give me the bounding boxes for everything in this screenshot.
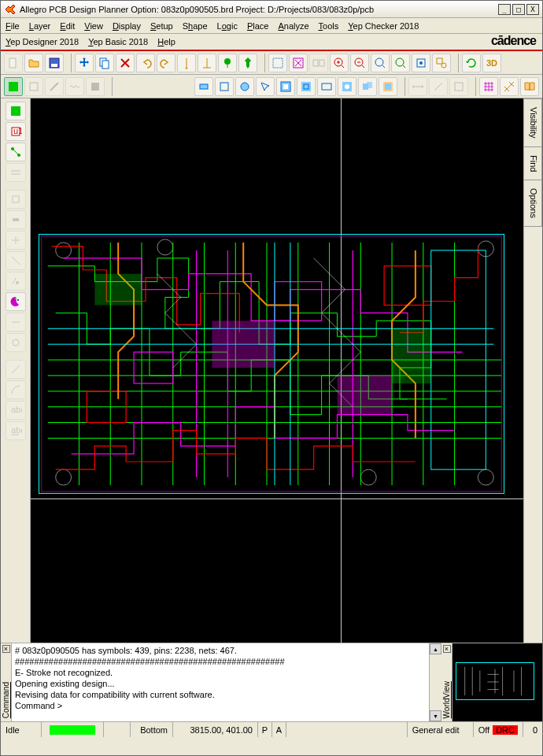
shape-poly-button[interactable]	[215, 77, 234, 96]
minimize-button[interactable]: _	[498, 4, 511, 15]
new-button[interactable]	[4, 54, 23, 72]
menu-shape[interactable]: Shape	[183, 21, 208, 31]
lt-text[interactable]: abc	[6, 401, 26, 420]
console-scrollbar[interactable]: ▲ ▼	[429, 643, 441, 721]
layer-top-button[interactable]	[6, 102, 26, 120]
ratsnest-button[interactable]	[500, 77, 519, 96]
open-button[interactable]	[24, 54, 43, 72]
status-a[interactable]: A	[272, 722, 286, 737]
grid-select-button[interactable]	[268, 54, 287, 72]
worldview-canvas[interactable]	[452, 643, 542, 721]
layer-net-button[interactable]	[6, 143, 26, 161]
console-body[interactable]: # 083z0p090505 has symbols: 439, pins: 2…	[12, 643, 441, 721]
marker-button[interactable]	[218, 54, 237, 72]
redo-button[interactable]	[157, 54, 175, 72]
menu-layer[interactable]: Layer	[29, 21, 51, 31]
tab-find[interactable]: Find	[524, 146, 542, 180]
layer-color-button[interactable]	[6, 292, 26, 311]
prev-button[interactable]	[309, 54, 328, 72]
menu-edit[interactable]: Edit	[60, 21, 75, 31]
signal-button[interactable]	[65, 77, 84, 96]
tab-options[interactable]: Options	[524, 180, 542, 227]
menu-file[interactable]: File	[6, 21, 20, 31]
shape-merge-button[interactable]	[358, 77, 377, 96]
menu-display[interactable]: Display	[113, 21, 141, 31]
dim-c-button[interactable]	[449, 77, 468, 96]
zoom-prev-button[interactable]	[391, 54, 410, 72]
shape-void-button[interactable]	[276, 77, 295, 96]
place-edit-button[interactable]	[24, 77, 43, 96]
lt-1[interactable]	[6, 190, 26, 209]
design-canvas[interactable]	[31, 98, 523, 643]
save-button[interactable]	[45, 54, 64, 72]
lt-text2[interactable]: abc	[6, 421, 26, 440]
shape-void3-button[interactable]	[317, 77, 336, 96]
menu-logic[interactable]: Logic	[217, 21, 238, 31]
menu-analyze[interactable]: Analyze	[278, 21, 308, 31]
zoom-fit-button[interactable]	[371, 54, 390, 72]
menu-place[interactable]: Place	[247, 21, 269, 31]
menu-yep-checker[interactable]: Yep Checker 2018	[348, 21, 419, 31]
book-button[interactable]	[520, 77, 539, 96]
copy-button[interactable]	[95, 54, 114, 72]
svg-rect-62	[384, 266, 431, 306]
svg-point-49	[17, 299, 19, 301]
move-button[interactable]	[75, 54, 94, 72]
refresh-button[interactable]	[462, 54, 481, 72]
etch-edit-button[interactable]	[45, 77, 64, 96]
lt-6[interactable]	[6, 313, 26, 332]
lt-arc[interactable]	[6, 380, 26, 399]
scroll-down-icon[interactable]: ▼	[430, 710, 441, 721]
shape-rect-button[interactable]	[194, 77, 213, 96]
lt-2[interactable]	[6, 210, 26, 229]
status-p[interactable]: P	[258, 722, 272, 737]
lt-4[interactable]	[6, 251, 26, 270]
svg-point-55	[157, 239, 173, 255]
menu-help[interactable]: Help	[157, 37, 175, 46]
maximize-button[interactable]: □	[512, 4, 525, 15]
zoom-in-button[interactable]	[330, 54, 349, 72]
layer-bus-button[interactable]	[6, 163, 26, 182]
ruler2-button[interactable]	[198, 54, 216, 72]
worldview-close-icon[interactable]: ×	[443, 645, 451, 653]
shape-circle-button[interactable]	[235, 77, 254, 96]
scroll-up-icon[interactable]: ▲	[430, 643, 441, 654]
3d-button[interactable]: 3D	[482, 54, 501, 72]
menu-yep-designer[interactable]: Yep Designer 2018	[6, 37, 79, 46]
zoom-out-button[interactable]	[350, 54, 369, 72]
status-layer[interactable]: Bottom	[131, 722, 173, 737]
pin-button[interactable]	[238, 54, 257, 72]
undo-button[interactable]	[136, 54, 155, 72]
ruler-button[interactable]	[177, 54, 196, 72]
delete-button[interactable]	[116, 54, 135, 72]
shape-edge-button[interactable]	[338, 77, 356, 96]
tab-visibility[interactable]: Visibility	[524, 98, 542, 147]
grid-button[interactable]	[479, 77, 498, 96]
zoom-select-button[interactable]	[432, 54, 451, 72]
window-button[interactable]	[289, 54, 308, 72]
console-close-icon[interactable]: ×	[2, 645, 10, 653]
svg-rect-9	[273, 58, 283, 68]
general-edit-button[interactable]	[4, 77, 23, 96]
layer-ic-button[interactable]: u1	[6, 122, 26, 141]
dim-a-button[interactable]	[429, 77, 448, 96]
menu-tools[interactable]: Tools	[319, 21, 339, 31]
menu-yep-basic[interactable]: Yep Basic 2018	[88, 37, 148, 46]
worldview-handle[interactable]: × WorldView	[441, 643, 452, 721]
status-drc-badge[interactable]: DRC	[493, 725, 518, 735]
svg-point-18	[419, 61, 423, 65]
console-handle[interactable]: × Command	[1, 643, 12, 721]
menu-view[interactable]: View	[84, 21, 103, 31]
shape-edit-button[interactable]	[86, 77, 105, 96]
lt-5[interactable]	[6, 272, 26, 291]
shape-check-button[interactable]	[379, 77, 397, 96]
shape-void2-button[interactable]	[297, 77, 316, 96]
shape-select-button[interactable]	[256, 77, 275, 96]
lt-line[interactable]	[6, 360, 26, 379]
lt-3[interactable]	[6, 231, 26, 250]
close-button[interactable]: X	[526, 4, 539, 15]
dim-h-button[interactable]	[408, 77, 427, 96]
menu-setup[interactable]: Setup	[150, 21, 173, 31]
zoom-center-button[interactable]	[412, 54, 430, 72]
lt-7[interactable]	[6, 333, 26, 352]
